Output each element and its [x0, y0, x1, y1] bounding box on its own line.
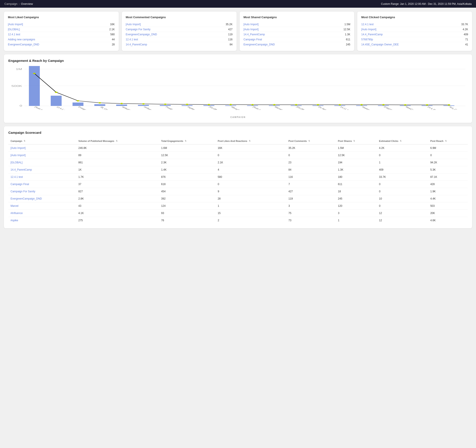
campaign-table-link-8[interactable]: Marvel — [11, 204, 18, 207]
th-comments[interactable]: Post Comments⇅ — [286, 138, 336, 144]
cell-1-engagements: 12.5K — [159, 152, 215, 159]
svg-point-26 — [33, 73, 36, 74]
campaign-table-link-9[interactable]: #Influence — [11, 212, 23, 215]
campaign-link-3-2[interactable]: 14.4_ParentCamp — [361, 33, 383, 36]
svg-rect-11 — [138, 105, 149, 106]
campaign-value-1-0: 35.2K — [226, 23, 232, 26]
cell-1-campaign: [Auto Import] — [8, 152, 76, 159]
cell-8-clicks: 0 — [377, 202, 428, 210]
campaign-link-0-4[interactable]: EvergreenCampaign_DND — [8, 43, 39, 46]
summary-card-row-1-2: EvergreenCampaign_DND119 — [126, 32, 233, 37]
campaign-table-link-1[interactable]: [Auto Import] — [11, 154, 26, 157]
cell-3-engagements: 1.4K — [159, 166, 215, 173]
campaign-table-link-4[interactable]: 12.4.1 test — [11, 175, 23, 178]
cell-9-comments: 75 — [286, 210, 336, 217]
cell-5-clicks: 0 — [377, 181, 428, 188]
campaign-link-1-1[interactable]: Campaign For Sanity — [126, 28, 151, 31]
cell-10-reach: 4.6K — [428, 217, 468, 224]
campaign-link-1-4[interactable]: 14.4_ParentCamp — [126, 43, 147, 46]
cell-1-shares: 12.5K — [336, 152, 377, 159]
cell-4-likes: 580 — [215, 173, 286, 181]
summary-card-row-1-0: [Auto Import]35.2K — [126, 22, 233, 27]
cell-7-campaign: EvergreenCampaign_DND — [8, 195, 76, 202]
campaign-link-0-3[interactable]: Adding new campaigns — [8, 38, 35, 41]
chart-container: 1M 500K 0 [Auto Import]12.4.1 testEvergr… — [8, 66, 468, 114]
campaign-value-1-1: 427 — [228, 28, 232, 31]
svg-point-36 — [251, 104, 254, 105]
th-likes[interactable]: Post Likes And Reactions⇅ — [215, 138, 286, 144]
th-engagements[interactable]: Total Engagements⇅ — [159, 138, 215, 144]
campaign-link-3-4[interactable]: 14.4SE_Campaign Owner_DEE — [361, 43, 399, 46]
cell-8-likes: 1 — [215, 202, 286, 210]
cell-0-shares: 1.5M — [336, 144, 377, 152]
th-shares[interactable]: Post Shares⇅ — [336, 138, 377, 144]
campaign-link-2-1[interactable]: [Auto Import] — [244, 28, 259, 31]
cell-0-comments: 35.2K — [286, 144, 336, 152]
th-campaign[interactable]: Campaign⇅ — [8, 138, 76, 144]
cell-1-volume: 89 — [76, 152, 159, 159]
svg-text:0: 0 — [20, 105, 22, 107]
summary-card-title-1: Most Commented Campaigns — [126, 16, 233, 19]
campaign-link-0-0[interactable]: [Auto Import] — [8, 23, 23, 26]
cell-8-engagements: 124 — [159, 202, 215, 210]
table-row: #Influence4.1K93157531220K — [8, 210, 468, 217]
svg-text:12.4.1 test: 12.4.1 test — [56, 106, 69, 110]
table-row: Marvel43124131200503 — [8, 202, 468, 210]
campaign-table-link-7[interactable]: EvergreenCampaign_DND — [11, 197, 42, 200]
cell-4-engagements: 876 — [159, 173, 215, 181]
summary-card-row-0-4: EvergreenCampaign_DND28 — [8, 42, 115, 47]
summary-card-title-2: Most Shared Campaigns — [244, 16, 351, 19]
th-clicks[interactable]: Estimated Clicks⇅ — [377, 138, 428, 144]
campaign-link-2-3[interactable]: Campaign Final — [244, 38, 262, 41]
svg-rect-6 — [29, 66, 40, 106]
table-row: [GLOBAL]8612.3K2.1K23194194.2K — [8, 159, 468, 166]
campaign-table-link-6[interactable]: Campaign For Sanity — [11, 190, 35, 193]
cell-6-likes: 9 — [215, 188, 286, 195]
campaign-value-2-1: 12.5K — [343, 28, 350, 31]
campaign-link-1-2[interactable]: EvergreenCampaign_DND — [126, 33, 157, 36]
table-row: Campaign Final37618076110428 — [8, 181, 468, 188]
cell-6-shares: 18 — [336, 188, 377, 195]
campaign-link-3-0[interactable]: 12.4.1 test — [361, 23, 374, 26]
campaign-table-link-10[interactable]: #spike — [11, 219, 18, 222]
campaign-table-link-0[interactable]: [Auto Import] — [11, 146, 26, 149]
summary-card-row-3-0: 12.4.1 test33.7K — [361, 22, 468, 27]
cell-10-engagements: 76 — [159, 217, 215, 224]
campaign-table-link-2[interactable]: [GLOBAL] — [11, 161, 23, 164]
engagement-chart: 1M 500K 0 [Auto Import]12.4.1 testEvergr… — [8, 66, 468, 110]
campaign-link-2-2[interactable]: 14.4_ParentCamp — [244, 33, 265, 36]
th-volume[interactable]: Volume of Published Messages⇅ — [76, 138, 159, 144]
cell-3-comments: 84 — [286, 166, 336, 173]
cell-6-clicks: 0 — [377, 188, 428, 195]
cell-5-campaign: Campaign Final — [8, 181, 76, 188]
breadcrumb-root[interactable]: Campaign — [4, 2, 17, 6]
th-reach[interactable]: Post Reach⇅ — [428, 138, 468, 144]
svg-point-32 — [164, 104, 167, 105]
campaign-link-3-1[interactable]: [Auto Import] — [361, 28, 376, 31]
campaign-link-0-1[interactable]: [GLOBAL] — [8, 28, 20, 31]
cell-7-likes: 28 — [215, 195, 286, 202]
cell-2-engagements: 2.3K — [159, 159, 215, 166]
svg-point-42 — [382, 104, 385, 105]
campaign-link-0-2[interactable]: 12.4.1 test — [8, 33, 20, 36]
cell-0-clicks: 4.2K — [377, 144, 428, 152]
campaign-link-2-0[interactable]: [Auto Import] — [244, 23, 259, 26]
cell-4-volume: 1.7K — [76, 173, 159, 181]
campaign-table-link-3[interactable]: 14.4_ParentCamp — [11, 168, 32, 171]
main-content: Most Liked Campaigns[Auto Import]16K[GLO… — [0, 8, 476, 232]
campaign-link-1-0[interactable]: [Auto Import] — [126, 23, 141, 26]
cell-1-comments: 0 — [286, 152, 336, 159]
campaign-table-link-5[interactable]: Campaign Final — [11, 183, 29, 186]
campaign-link-1-3[interactable]: 12.4.1 test — [126, 38, 138, 41]
svg-text:Marvel: Marvel — [274, 106, 283, 110]
svg-point-39 — [317, 104, 319, 105]
svg-rect-12 — [160, 105, 171, 106]
cell-7-volume: 2.8K — [76, 195, 159, 202]
summary-card-row-0-3: Adding new campaigns44 — [8, 37, 115, 42]
svg-point-41 — [360, 104, 363, 105]
cell-1-reach: 0 — [428, 152, 468, 159]
svg-text:JB_Campaign_DND: JB_Campaign_DND — [99, 106, 122, 110]
campaign-link-3-3[interactable]: 5768790p — [361, 38, 373, 41]
cell-10-likes: 2 — [215, 217, 286, 224]
campaign-link-2-4[interactable]: EvergreenCampaign_DND — [244, 43, 275, 46]
